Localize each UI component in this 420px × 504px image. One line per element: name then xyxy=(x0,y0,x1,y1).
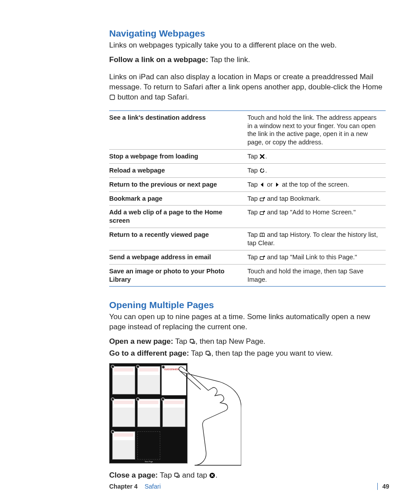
table-row-desc: Tap and tap Bookmark. xyxy=(247,191,386,206)
pages-icon xyxy=(205,350,211,357)
table-row: Add a web clip of a page to the Home scr… xyxy=(109,206,386,228)
table-row-label: Bookmark a page xyxy=(109,191,247,206)
open-new-page-instruction: Open a new page: Tap , then tap New Page… xyxy=(109,337,385,347)
tips-table: See a link's destination addressTouch an… xyxy=(109,110,386,287)
table-row-label: Send a webpage address in email xyxy=(109,250,247,264)
footer-page-number: 49 xyxy=(377,483,389,490)
share-icon xyxy=(259,254,265,260)
ipad-links-text: Links on iPad can also display a locatio… xyxy=(109,72,385,103)
share-icon xyxy=(259,210,265,215)
hand-illustration xyxy=(166,364,241,466)
table-row: Return to the previous or next pageTap o… xyxy=(109,177,386,191)
table-row-desc: Tap . xyxy=(247,163,386,177)
page-thumb xyxy=(137,399,160,427)
share-icon xyxy=(259,196,265,202)
x-icon xyxy=(259,154,265,159)
table-row: Stop a webpage from loadingTap . xyxy=(109,150,386,164)
back-icon xyxy=(259,182,265,188)
table-row-label: Stop a webpage from loading xyxy=(109,150,247,164)
page-thumb xyxy=(112,431,135,460)
table-row: Return to a recently viewed pageTap and … xyxy=(109,228,386,250)
home-icon xyxy=(109,94,115,100)
table-row-label: Save an image or photo to your Photo Lib… xyxy=(109,264,247,287)
table-row: Reload a webpageTap . xyxy=(109,163,386,177)
new-page-label: New Page xyxy=(137,460,160,463)
table-row-label: See a link's destination address xyxy=(109,110,247,149)
follow-link-text: Tap the link. xyxy=(208,55,250,64)
table-row-desc: Tap and tap "Add to Home Screen." xyxy=(247,206,386,228)
page-thumb xyxy=(112,366,135,394)
footer-chapter-name: Safari xyxy=(144,483,161,490)
page-switcher-figure: GUGGENHEIM New Page xyxy=(109,363,241,466)
table-row-desc: Tap and tap "Mail Link to this Page." xyxy=(247,250,386,264)
footer-chapter: Chapter 4 xyxy=(109,483,138,490)
goto-page-instruction: Go to a different page: Tap , then tap t… xyxy=(109,349,385,359)
heading-navigating-webpages: Navigating Webpages xyxy=(109,28,385,39)
heading-opening-multiple-pages: Opening Multiple Pages xyxy=(109,300,385,310)
close-badge-icon xyxy=(209,472,215,478)
new-page-thumb xyxy=(137,431,160,460)
table-row-desc: Tap . xyxy=(247,150,386,164)
page-thumb xyxy=(112,399,135,427)
pages-icon xyxy=(174,472,180,478)
page-thumb xyxy=(137,366,160,394)
table-row: See a link's destination addressTouch an… xyxy=(109,110,386,149)
table-row-desc: Tap and tap History. To clear the histor… xyxy=(247,228,386,250)
reload-icon xyxy=(259,168,265,173)
pages-icon xyxy=(189,338,195,345)
table-row-label: Reload a webpage xyxy=(109,163,247,177)
follow-link-label: Follow a link on a webpage: xyxy=(109,55,208,64)
multi-intro-text: You can open up to nine pages at a time.… xyxy=(109,312,385,332)
table-row-desc: Touch and hold the image, then tap Save … xyxy=(247,264,386,287)
manual-page: Navigating Webpages Links on webpages ty… xyxy=(0,0,420,504)
table-row: Save an image or photo to your Photo Lib… xyxy=(109,264,386,287)
intro-text: Links on webpages typically take you to … xyxy=(109,40,385,51)
table-row: Bookmark a pageTap and tap Bookmark. xyxy=(109,191,386,206)
fwd-icon xyxy=(274,182,280,188)
close-page-instruction: Close a page: Tap and tap . xyxy=(109,471,385,481)
table-row-label: Return to the previous or next page xyxy=(109,177,247,191)
table-row: Send a webpage address in emailTap and t… xyxy=(109,250,386,264)
table-row-label: Add a web clip of a page to the Home scr… xyxy=(109,206,247,228)
table-row-desc: Tap or at the top of the screen. xyxy=(247,177,386,191)
book-icon xyxy=(259,232,265,238)
table-row-desc: Touch and hold the link. The address app… xyxy=(247,110,386,149)
table-row-label: Return to a recently viewed page xyxy=(109,228,247,250)
follow-link-instruction: Follow a link on a webpage: Tap the link… xyxy=(109,55,385,65)
page-footer: Chapter 4 Safari 49 xyxy=(109,483,389,490)
